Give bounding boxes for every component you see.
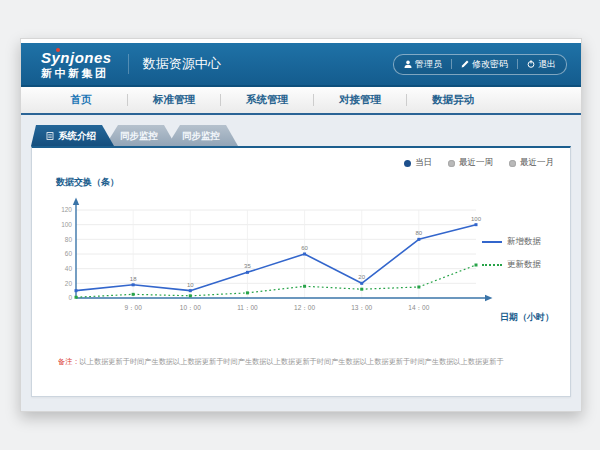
y-axis-arrow-icon [73,198,79,206]
data-point [189,289,192,292]
logo-wordmark: Synjones [41,49,112,67]
data-label: 60 [301,245,308,251]
y-tick-label: 100 [61,221,72,228]
data-point [189,294,192,297]
time-option-2[interactable]: 最近一月 [509,157,554,169]
data-label: 100 [471,216,482,222]
document-icon [46,132,54,140]
footnote-text: 以上数据更新于时间产生数据以上数据更新于时间产生数据以上数据更新于时间产生数据以… [80,357,504,366]
x-tick-label: 13：00 [351,304,372,311]
y-tick-label: 0 [68,294,72,301]
radio-dot-icon [448,160,455,167]
data-point [475,264,478,267]
time-option-1[interactable]: 最近一周 [448,157,493,169]
legend-label: 新增数据 [507,236,541,248]
tab-label: 同步监控 [120,130,158,141]
logout-button[interactable]: 退出 [527,58,556,71]
y-tick-label: 80 [65,236,73,243]
page-title: 数据资源中心 [128,54,221,74]
logo-text: Synjones [41,49,112,66]
data-point [75,296,78,299]
nav-item-4[interactable]: 数据异动 [407,93,499,107]
user-button[interactable]: 管理员 [404,58,442,71]
legend-label: 更新数据 [507,259,541,271]
x-tick-label: 9：00 [124,304,142,311]
time-option-0[interactable]: 当日 [404,157,432,169]
radio-dot-icon [404,160,411,167]
edit-icon [461,60,469,68]
data-point [303,253,306,256]
data-label: 35 [244,263,251,269]
user-label: 管理员 [415,58,442,71]
data-point [132,293,135,296]
nav-item-0[interactable]: 首页 [35,93,127,107]
header-divider [451,59,452,69]
panel-card: 当日最近一周最近一月 数据交换（条） 0204060801001209：0010… [31,146,571,397]
chart-legend: 新增数据更新数据 [482,236,562,271]
app-window: Synjones 新中新集团 数据资源中心 管理员 修改密码 [20,38,582,412]
header-divider [517,59,518,69]
x-axis-arrow-icon [485,295,493,301]
y-tick-label: 40 [65,265,73,272]
nav-item-1[interactable]: 标准管理 [128,93,220,107]
tab-bar: 系统介绍同步监控同步监控 [31,125,238,146]
footnote: 备注：以上数据更新于时间产生数据以上数据更新于时间产生数据以上数据更新于时间产生… [58,357,558,367]
logo-subtext: 新中新集团 [41,67,112,79]
data-label: 80 [416,230,423,236]
data-point [303,285,306,288]
y-tick-label: 120 [61,206,72,213]
data-label: 18 [130,276,137,282]
power-icon [527,60,535,68]
content-area: 系统介绍同步监控同步监控 当日最近一周最近一月 数据交换（条） 02040608… [21,115,581,411]
x-tick-label: 10：00 [180,304,201,311]
change-password-label: 修改密码 [472,58,508,71]
line-chart: 0204060801001209：0010：0011：0012：0013：001… [46,192,506,332]
time-option-label: 最近一月 [520,157,554,169]
radio-dot-icon [509,160,516,167]
data-point [475,223,478,226]
tab-0[interactable]: 系统介绍 [31,125,114,146]
data-point [360,282,363,285]
main-nav: 首页标准管理系统管理对接管理数据异动 [21,87,581,115]
data-point [75,289,78,292]
tab-label: 同步监控 [182,130,220,141]
footnote-label: 备注： [58,357,80,366]
data-point [246,271,249,274]
tab-1[interactable]: 同步监控 [105,125,176,146]
data-label: 10 [187,282,194,288]
y-axis-title: 数据交换（条） [56,176,119,189]
nav-item-3[interactable]: 对接管理 [314,93,406,107]
legend-item-0: 新增数据 [482,236,562,248]
x-tick-label: 12：00 [294,304,315,311]
y-tick-label: 20 [65,280,73,287]
logo: Synjones 新中新集团 [41,49,112,79]
legend-swatch-icon [482,264,502,266]
x-tick-label: 11：00 [237,304,258,311]
nav-item-2[interactable]: 系统管理 [221,93,313,107]
data-point [417,238,420,241]
data-point [132,283,135,286]
data-point [246,291,249,294]
legend-item-1: 更新数据 [482,259,562,271]
user-icon [404,60,412,68]
logout-label: 退出 [538,58,556,71]
header-actions: 管理员 修改密码 退出 [393,54,567,75]
legend-swatch-icon [482,241,502,243]
app-header: Synjones 新中新集团 数据资源中心 管理员 修改密码 [21,43,581,85]
y-tick-label: 60 [65,250,73,257]
tab-label: 系统介绍 [58,125,96,146]
data-label: 20 [358,274,365,280]
time-option-label: 当日 [415,157,432,169]
tab-2[interactable]: 同步监控 [167,125,238,146]
time-option-label: 最近一周 [459,157,493,169]
time-range-options: 当日最近一周最近一月 [404,157,554,169]
data-point [417,286,420,289]
data-point [360,288,363,291]
change-password-button[interactable]: 修改密码 [461,58,508,71]
x-tick-label: 14：00 [408,304,429,311]
x-axis-title: 日期（小时） [500,311,554,324]
